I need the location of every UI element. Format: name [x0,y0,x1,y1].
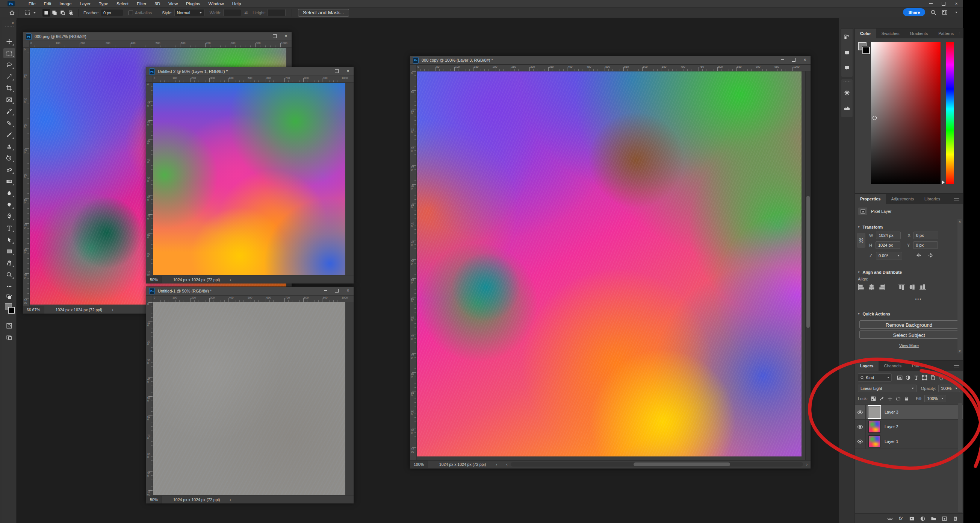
rectangular-marquee-tool[interactable] [3,48,15,58]
clone-stamp-tool[interactable] [3,141,15,151]
search-icon[interactable] [931,10,936,15]
doc-minimize-button[interactable] [777,56,788,63]
doc-minimize-button[interactable] [320,67,331,75]
menu-item-image[interactable]: Image [55,1,76,7]
add-selection-mode[interactable] [51,9,58,16]
comments-icon[interactable] [842,60,853,75]
fill-dropdown[interactable]: 100% [924,395,946,402]
tab-layers[interactable]: Layers [855,361,878,371]
dodge-tool[interactable] [3,200,15,210]
tab-color[interactable]: Color [855,29,876,38]
edit-toolbar-icon[interactable] [3,281,15,292]
frame-tool[interactable] [3,95,15,105]
menu-item-select[interactable]: Select [112,1,133,7]
doc-close-button[interactable]: × [799,56,811,63]
subtract-selection-mode[interactable] [59,9,67,16]
lock-transparency-icon[interactable] [869,395,877,402]
align-left-icon[interactable] [858,284,864,290]
link-dimensions-icon[interactable]: ⛓ [857,233,865,248]
menu-item-help[interactable]: Help [228,1,245,7]
tab-gradients[interactable]: Gradients [904,29,933,38]
type-tool[interactable] [3,223,15,233]
canvas-000copy[interactable] [417,72,802,456]
document-window-untitled1[interactable]: Ps Untitled-1 @ 50% (RGB/8#) * × 0100200… [146,287,354,503]
ruler-corner[interactable] [146,295,153,302]
close-button[interactable]: × [950,0,963,7]
anti-alias-checkbox[interactable] [129,11,133,15]
canvas-untitled2[interactable] [153,83,345,275]
style-dropdown[interactable]: Normal [174,9,204,16]
transform-section-header[interactable]: ▾Transform [855,222,963,231]
layer-mask-icon[interactable] [907,515,916,522]
select-subject-button[interactable]: Select Subject [859,330,959,339]
crop-tool[interactable] [3,83,15,93]
tab-patterns[interactable]: Patterns [933,29,959,38]
doc-minimize-button[interactable] [320,287,331,294]
layer-row-layer-1[interactable]: Layer 1 [855,434,963,449]
quick-actions-header[interactable]: ▾Quick Actions [855,308,963,319]
canvas-untitled1[interactable] [153,302,345,495]
color-cursor[interactable] [873,116,877,120]
layer-thumbnail[interactable] [869,436,880,447]
navigator-wheel-icon[interactable] [842,85,853,100]
menu-item-type[interactable]: Type [95,1,112,7]
new-group-icon[interactable] [929,515,937,522]
toolbar-expand-icon[interactable]: » [2,20,16,26]
workspace-caret[interactable] [955,12,958,13]
zoom-level-field[interactable]: 66.67% [23,306,45,314]
workspace-icon[interactable] [942,10,948,15]
opacity-dropdown[interactable]: 100% [938,384,960,392]
hscroll-left-arrow[interactable]: › [506,462,508,467]
doc-close-button[interactable]: × [280,32,291,40]
filter-pixel-layers-icon[interactable] [896,374,904,381]
align-right-icon[interactable] [879,284,885,290]
link-layers-icon[interactable] [886,515,894,522]
remove-background-button[interactable]: Remove Background [859,320,959,328]
layer-effects-icon[interactable]: fx [897,515,905,522]
swap-dimensions-icon[interactable]: ⇄ [244,10,248,15]
saturation-brightness-box[interactable] [871,42,940,184]
doc-close-button[interactable]: × [342,67,353,75]
flip-horizontal-icon[interactable] [916,252,922,259]
ruler-corner[interactable] [146,76,153,82]
view-more-link[interactable]: View More [855,343,963,348]
layer-visibility-eye-icon[interactable] [855,419,866,434]
menu-item-plugins[interactable]: Plugins [182,1,204,7]
shape-tool[interactable] [3,246,15,257]
share-button[interactable]: Share [903,8,925,16]
menu-item-layer[interactable]: Layer [76,1,95,7]
delete-layer-icon[interactable] [951,515,959,522]
menu-item-3d[interactable]: 3D [151,1,165,7]
toolbar-grip[interactable] [5,26,14,29]
scroll-down-icon[interactable]: ∨ [959,349,961,353]
pen-tool[interactable] [3,211,15,222]
layer-thumbnail[interactable] [869,407,880,418]
panel-menu-icon[interactable] [954,198,959,200]
zoom-level-field[interactable]: 50% [146,496,162,504]
layers-scroll-gutter[interactable] [958,403,963,512]
height-input[interactable] [267,9,286,16]
zoom-tool[interactable] [3,269,15,280]
panel-menu-icon[interactable] [954,365,959,367]
layer-row-layer-2[interactable]: Layer 2 [855,419,963,434]
gradient-tool[interactable] [3,176,15,187]
doc-maximize-button[interactable] [788,56,799,63]
maximize-button[interactable] [937,0,950,7]
document-window-000copy[interactable]: Ps 000 copy @ 100% (Layer 3, RGB/8#) * ×… [410,56,811,469]
history-icon[interactable] [842,30,853,45]
doc-minimize-button[interactable] [258,32,269,40]
properties-scrollbar[interactable]: ∧ ∨ [958,219,963,354]
feather-input[interactable]: 0 px [101,9,123,16]
align-top-icon[interactable] [899,284,905,290]
vertical-scrollbar-thumb[interactable] [807,196,810,328]
panel-menu-icon[interactable] [959,32,959,35]
hue-slider-arrow[interactable] [942,180,945,184]
filter-smart-objects-icon[interactable] [929,374,937,381]
intersect-selection-mode[interactable] [67,9,75,16]
tab-paths[interactable]: Paths [907,361,928,371]
document-window-untitled2[interactable]: Ps Untitled-2 @ 50% (Layer 1, RGB/8#) * … [146,67,354,283]
document-titlebar[interactable]: Ps 000 copy @ 100% (Layer 3, RGB/8#) * × [410,56,811,65]
flip-vertical-icon[interactable] [928,252,934,259]
zoom-level-field[interactable]: 100% [410,461,428,468]
brush-tool[interactable] [3,130,15,140]
